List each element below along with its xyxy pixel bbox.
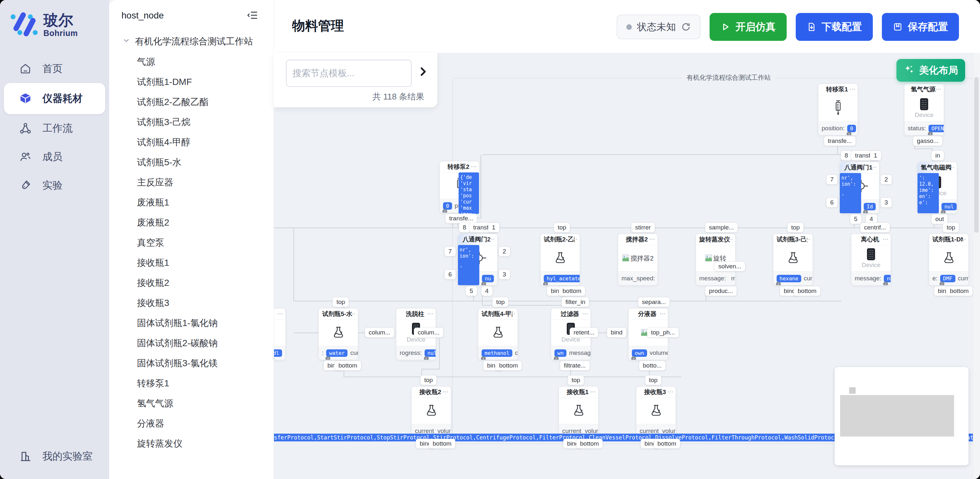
port-label[interactable]: bottom: [429, 439, 455, 449]
port-label[interactable]: colum...: [365, 328, 394, 337]
node-fields[interactable]: wnmessage:ma: [551, 346, 590, 360]
port-label[interactable]: top_ph...: [647, 328, 679, 337]
node-menu-icon[interactable]: •••: [350, 308, 356, 319]
port-label[interactable]: bottom: [576, 439, 603, 449]
port-label[interactable]: colum...: [414, 328, 443, 337]
field-value-badge[interactable]: nul: [942, 203, 957, 210]
port-label[interactable]: botto...: [639, 361, 665, 370]
download-config-button[interactable]: 下载配置: [796, 13, 873, 41]
node-header[interactable]: 试剂瓶2-乙酸乙酯•••: [541, 234, 580, 245]
tree-item[interactable]: 氢气气源: [109, 393, 274, 414]
port-label[interactable]: top: [554, 223, 570, 232]
tree-item[interactable]: 转移泵1: [109, 374, 274, 393]
node-receiver-1[interactable]: 接收瓶1•••current_volume:0: [558, 386, 598, 438]
field-value-badge[interactable]: nu: [482, 275, 494, 282]
node-eight-way-valve-1[interactable]: 八通阀门1•••status:Idnr',ion': ': [840, 162, 879, 214]
port-label[interactable]: solven...: [714, 262, 745, 271]
node-header[interactable]: •••: [274, 308, 285, 320]
node-header[interactable]: 分液器•••: [628, 308, 668, 320]
port-label[interactable]: top: [943, 223, 959, 232]
status-badge[interactable]: 状态未知: [617, 14, 700, 39]
tree-root-item[interactable]: 有机化学流程综合测试工作站: [109, 31, 274, 52]
tree-item[interactable]: 接收瓶3: [109, 293, 274, 313]
node-reagent-bottle-5[interactable]: 试剂瓶5-水•••:watercurrent_v: [318, 308, 358, 360]
node-fields[interactable]: methanolc: [478, 346, 517, 360]
sidebar-item-my-lab[interactable]: 我的实验室: [0, 442, 109, 471]
node-menu-icon[interactable]: •••: [960, 234, 966, 245]
node-fields[interactable]: max_speed:2000: [618, 271, 657, 285]
node-receiver-3[interactable]: 接收瓶3•••current_volume:0: [636, 386, 676, 438]
tree-item[interactable]: 接收瓶2: [109, 273, 274, 293]
port-label[interactable]: top: [420, 375, 437, 385]
node-menu-icon[interactable]: •••: [668, 386, 674, 398]
sidebar-item-instruments[interactable]: 仪器耗材: [4, 83, 105, 114]
tree-item[interactable]: 试剂瓶1-DMF: [109, 72, 274, 92]
port-label[interactable]: centrif...: [860, 223, 890, 232]
port-label[interactable]: 3: [499, 270, 510, 279]
port-label[interactable]: 4: [481, 286, 493, 296]
field-value-badge[interactable]: null: [425, 350, 436, 357]
node-fields[interactable]: hyl_acetatecurre: [541, 271, 580, 285]
workflow-canvas[interactable]: 有机化学流程综合测试工作站 转移泵1•••position:0pump氢气气源•…: [274, 53, 980, 479]
port-label[interactable]: 6: [444, 270, 456, 279]
field-value-badge[interactable]: 0: [443, 202, 452, 210]
port-label[interactable]: 2: [881, 175, 892, 184]
port-label[interactable]: 5: [466, 286, 477, 296]
start-simulation-button[interactable]: 开启仿真: [710, 13, 787, 41]
node-transfer-pump-2[interactable]: 转移泵2•••0pump_info:{'de'vir'sta'pos'cur'm…: [439, 161, 479, 213]
node-menu-icon[interactable]: •••: [443, 386, 449, 398]
port-label[interactable]: bottom: [334, 361, 361, 370]
node-reagent-bottle-3[interactable]: 试剂瓶3-己烷•••hexanecurrent_v: [773, 234, 813, 286]
port-label[interactable]: top: [787, 223, 803, 232]
node-menu-icon[interactable]: •••: [649, 234, 655, 245]
port-label[interactable]: in: [931, 151, 944, 160]
node-reagent-bottle-2[interactable]: 试剂瓶2-乙酸乙酯•••hyl_acetatecurre: [540, 234, 580, 286]
field-value-badge[interactable]: wn: [554, 350, 566, 357]
vertical-scrollbar[interactable]: [973, 53, 980, 479]
port-label[interactable]: 5: [850, 214, 861, 224]
tree-item[interactable]: 气源: [109, 52, 274, 72]
port-label[interactable]: 1: [870, 151, 881, 160]
node-fields[interactable]: dl: [274, 346, 285, 360]
tree-item[interactable]: 真空泵: [109, 233, 274, 253]
brand-logo[interactable]: 玻尔 Bohrium: [10, 12, 78, 38]
port-label[interactable]: filtrate...: [560, 361, 590, 370]
tree-item[interactable]: 主反应器: [109, 172, 274, 193]
port-label[interactable]: top: [568, 375, 584, 385]
field-value-badge[interactable]: hyl_acetate: [544, 275, 580, 282]
node-header[interactable]: 八通阀门2•••: [458, 234, 497, 245]
sidebar-item-experiments[interactable]: 实验: [0, 171, 109, 200]
refresh-icon[interactable]: [681, 22, 691, 32]
port-label[interactable]: 8: [841, 151, 852, 160]
node-rotary-evaporator[interactable]: 旋转蒸发仪•••旋转message:max_: [696, 234, 735, 286]
node-eight-way-valve-2[interactable]: 八通阀门2•••status:nunr',ion': ': [458, 234, 498, 286]
port-label[interactable]: top: [645, 375, 661, 385]
tree-item[interactable]: 试剂瓶3-己烷: [109, 112, 274, 132]
port-label[interactable]: 7: [826, 175, 837, 184]
node-fields[interactable]: ownvolume:250: [628, 346, 668, 360]
node-menu-icon[interactable]: •••: [660, 308, 666, 319]
node-header[interactable]: 接收瓶3•••: [636, 386, 676, 398]
field-value-badge[interactable]: null: [884, 275, 891, 282]
sidebar-item-home[interactable]: 首页: [0, 54, 109, 83]
port-label[interactable]: top: [492, 297, 509, 307]
tree-item[interactable]: 固体试剂瓶3-氯化镁: [109, 353, 274, 374]
node-header[interactable]: 离心机•••: [851, 234, 891, 245]
node-reagent-bottle-4[interactable]: 试剂瓶4-甲醇•••methanolc: [478, 308, 518, 360]
field-value-badge[interactable]: OPEN: [929, 125, 944, 132]
port-label[interactable]: stirrer: [631, 223, 655, 232]
node-menu-icon[interactable]: •••: [871, 162, 877, 173]
node-h2-gas-source[interactable]: 氢气气源•••Devicestatus:OPEN: [904, 84, 944, 136]
port-label[interactable]: bottom: [946, 286, 972, 296]
field-value-badge[interactable]: Id: [864, 203, 876, 210]
node-header[interactable]: 转移泵1•••: [818, 84, 858, 95]
node-menu-icon[interactable]: •••: [277, 308, 283, 319]
node-fields[interactable]: message:nullma: [851, 271, 891, 285]
node-h2-solenoid-valve[interactable]: 氢气电磁阀•••Devicestatus:nul':12.0,ime':en':…: [917, 162, 957, 214]
node-header[interactable]: 旋转蒸发仪•••: [696, 234, 735, 245]
port-label[interactable]: transfe...: [445, 214, 477, 223]
node-menu-icon[interactable]: •••: [582, 308, 589, 319]
port-label[interactable]: bind: [607, 328, 626, 337]
field-value-badge[interactable]: 0: [847, 125, 856, 132]
node-reagent-bottle-1[interactable]: 试剂瓶1-DMF•••e:DMFcurrent_vol: [929, 234, 969, 286]
